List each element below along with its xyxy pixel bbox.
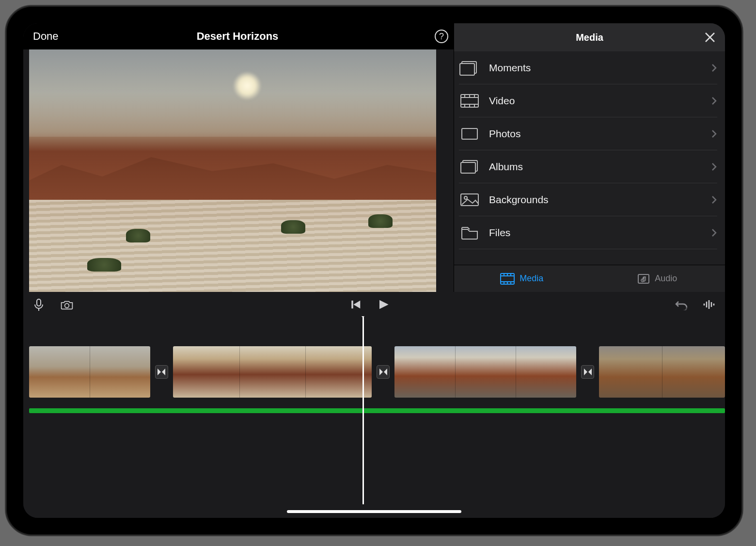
timeline-toolbar xyxy=(23,293,725,316)
backgrounds-icon xyxy=(459,192,480,208)
preview-bush xyxy=(368,214,393,228)
chevron-right-icon xyxy=(711,228,717,237)
preview-foreground-rock xyxy=(29,200,436,292)
help-button[interactable]: ? xyxy=(434,29,449,44)
timeline-clip[interactable] xyxy=(599,346,725,398)
svg-rect-27 xyxy=(461,162,475,173)
timeline-playhead[interactable] xyxy=(362,316,364,504)
play-icon xyxy=(376,298,390,311)
tab-audio[interactable]: Audio xyxy=(590,265,725,292)
timeline[interactable] xyxy=(23,316,725,518)
media-item-label: Moments xyxy=(489,62,711,74)
app-screen: Done Desert Horizons ? xyxy=(23,23,725,518)
svg-marker-44 xyxy=(353,301,360,308)
moments-icon xyxy=(459,60,480,76)
waveform-toggle-button[interactable] xyxy=(703,298,716,311)
media-item-label: Files xyxy=(489,227,711,239)
media-item-label: Albums xyxy=(489,161,711,173)
svg-rect-28 xyxy=(461,194,478,206)
svg-rect-15 xyxy=(460,64,474,75)
project-title: Desert Horizons xyxy=(23,30,452,43)
media-panel-header: Media xyxy=(454,23,725,51)
tab-media-label: Media xyxy=(520,273,543,284)
waveform-icon xyxy=(703,299,716,310)
clip-thumbnail xyxy=(516,346,576,398)
svg-rect-40 xyxy=(37,299,41,306)
tab-audio-label: Audio xyxy=(655,273,677,284)
preview-sun xyxy=(233,71,262,100)
preview-bush xyxy=(126,229,150,242)
timeline-clip[interactable] xyxy=(173,346,372,398)
media-item-label: Video xyxy=(489,95,711,107)
transition-icon xyxy=(583,368,592,376)
clip-thumbnail xyxy=(455,346,516,398)
preview-bush xyxy=(281,220,305,234)
clip-thumbnail xyxy=(305,346,372,398)
svg-marker-53 xyxy=(379,369,383,375)
media-item-files[interactable]: Files xyxy=(459,216,717,249)
media-panel: Media Moments xyxy=(454,23,725,292)
video-preview[interactable] xyxy=(29,49,436,292)
home-indicator[interactable] xyxy=(287,510,461,513)
help-icon: ? xyxy=(434,29,449,44)
photo-icon xyxy=(459,126,480,142)
undo-button[interactable] xyxy=(675,298,688,311)
play-button[interactable] xyxy=(376,298,390,311)
clip-thumbnail xyxy=(599,346,662,398)
preview-bush xyxy=(87,258,121,272)
close-media-button[interactable] xyxy=(704,31,716,44)
chevron-right-icon xyxy=(711,64,717,72)
skip-back-icon xyxy=(349,298,362,311)
chevron-right-icon xyxy=(711,162,717,171)
media-source-list: Moments Video Photos xyxy=(454,51,725,265)
svg-point-29 xyxy=(464,196,467,199)
transition-button[interactable] xyxy=(581,365,594,379)
svg-marker-51 xyxy=(158,369,161,375)
voiceover-button[interactable] xyxy=(32,298,46,311)
clip-thumbnail xyxy=(29,346,90,398)
undo-icon xyxy=(675,299,688,310)
skip-back-button[interactable] xyxy=(349,298,362,311)
chevron-right-icon xyxy=(711,96,717,105)
folder-icon xyxy=(459,225,480,241)
svg-marker-52 xyxy=(162,369,165,375)
clip-thumbnail xyxy=(90,346,150,398)
svg-marker-45 xyxy=(379,300,389,309)
clip-thumbnail xyxy=(239,346,306,398)
svg-text:?: ? xyxy=(439,32,444,41)
media-item-photos[interactable]: Photos xyxy=(459,117,717,150)
media-panel-title: Media xyxy=(576,32,603,43)
preview-sky xyxy=(29,49,436,137)
timeline-audio-track[interactable] xyxy=(29,408,725,413)
audio-tab-icon xyxy=(637,273,650,285)
chevron-right-icon xyxy=(711,129,717,138)
media-panel-tabs: Media Audio xyxy=(454,265,725,292)
clip-thumbnail xyxy=(662,346,725,398)
media-item-backgrounds[interactable]: Backgrounds xyxy=(459,183,717,216)
svg-rect-25 xyxy=(462,128,477,139)
svg-marker-55 xyxy=(584,369,587,375)
transition-button[interactable] xyxy=(155,365,168,379)
media-item-label: Photos xyxy=(489,128,711,140)
close-icon xyxy=(704,31,716,44)
filmstrip-icon xyxy=(459,93,480,109)
clip-thumbnail xyxy=(173,346,239,398)
albums-icon xyxy=(459,159,480,175)
chevron-right-icon xyxy=(711,195,717,204)
transition-icon xyxy=(157,368,166,376)
transition-button[interactable] xyxy=(377,365,390,379)
transition-icon xyxy=(379,368,388,376)
media-item-albums[interactable]: Albums xyxy=(459,150,717,183)
svg-marker-54 xyxy=(384,369,387,375)
timeline-clip[interactable] xyxy=(394,346,576,398)
microphone-icon xyxy=(32,298,46,311)
svg-marker-56 xyxy=(588,369,592,375)
tab-media[interactable]: Media xyxy=(454,265,590,292)
media-item-label: Backgrounds xyxy=(489,194,711,206)
ipad-frame: Done Desert Horizons ? xyxy=(5,5,743,536)
media-item-video[interactable]: Video xyxy=(459,84,717,117)
media-tab-icon xyxy=(500,273,515,285)
timeline-clip[interactable] xyxy=(29,346,150,398)
media-item-moments[interactable]: Moments xyxy=(459,51,717,84)
timeline-clips-row xyxy=(29,346,725,398)
